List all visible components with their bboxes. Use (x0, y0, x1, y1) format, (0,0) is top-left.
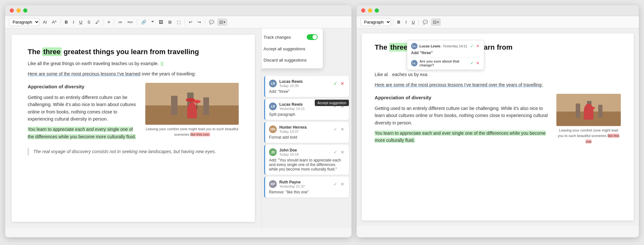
close-button-right[interactable] (361, 8, 365, 13)
scenery-svg-right (556, 94, 621, 126)
track-changes-label: Track changes (264, 35, 291, 40)
confirm-text: Are you sure about that change? (419, 59, 468, 67)
section1-container-right: Leaving your comfort zone might lead you… (375, 94, 621, 147)
inline-comment-bubble: LL Lucas Lewis Yesterday 14:11 ✓ ✕ (407, 40, 484, 70)
avatar-3: HH (269, 125, 277, 133)
strike-button[interactable]: S (85, 18, 92, 26)
image-button[interactable]: 🖼 (157, 18, 165, 26)
track-changes-toolbar-button[interactable]: ⊡ ▾ (217, 18, 227, 26)
ai-button[interactable]: AI (41, 18, 49, 26)
accept-all-menu-item[interactable]: Accept all suggestions (261, 43, 323, 54)
discard-all-menu-item[interactable]: Discard all suggestions (261, 54, 323, 66)
link-paragraph: Here are some of the most precious lesso… (28, 70, 239, 77)
main-area-right: The three greatest things you learn from… (357, 28, 639, 226)
doc-body-left: Like all the great things on earth trave… (28, 60, 239, 155)
bullet-button[interactable]: •≔ (126, 18, 135, 26)
paragraph-select-right[interactable]: Paragraph (360, 18, 391, 26)
right-window: Paragraph B I U 💬 ⊡ ▾ The three greatest… (357, 5, 639, 237)
svg-rect-1 (145, 105, 239, 125)
accept-button-4[interactable]: ✓ (333, 149, 338, 155)
bubble-time: Yesterday 14:11 (443, 44, 467, 48)
comment-author-5: Ruth Payne (279, 180, 330, 184)
link-button[interactable]: 🔗 (139, 18, 148, 26)
maximize-button-left[interactable] (23, 8, 27, 13)
comment-card-5: RP Ruth Payne Yesterday 21:37 ✓ ✕ Remove… (264, 177, 349, 198)
toolbar-right: Paragraph B I U 💬 ⊡ ▾ (357, 16, 639, 28)
bubble-reject-2[interactable]: ✕ (476, 60, 480, 66)
doc-area-left: The three greatest things you learn from… (5, 28, 261, 228)
document-page-left: The three greatest things you learn from… (12, 35, 255, 222)
bubble-avatar: LL (411, 43, 418, 49)
undo-button[interactable]: ↩ (187, 18, 194, 26)
three-highlight: three (42, 47, 62, 56)
bubble-accept-2[interactable]: ✓ (470, 60, 474, 66)
list-button[interactable]: ≔ (116, 18, 124, 26)
redo-button[interactable]: ↪ (196, 18, 203, 26)
svg-rect-2 (171, 96, 178, 115)
bubble-text-1: Add "three" (411, 51, 480, 55)
italic-button-right[interactable]: I (403, 18, 409, 26)
align-button[interactable]: ≡ (106, 18, 112, 26)
embed-button[interactable]: ⬚ (175, 18, 183, 26)
svg-rect-4 (203, 97, 209, 115)
reject-button-5[interactable]: ✕ (340, 181, 345, 187)
title-bar-left (5, 5, 351, 16)
main-area-left: The three greatest things you learn from… (5, 28, 351, 228)
comment-header-3: HH Hunter Herrera Today 13:37 ✓ ✕ (269, 125, 345, 133)
comment-text-1: Add: "three" (269, 89, 345, 94)
accept-button-5[interactable]: ✓ (333, 181, 338, 187)
doc-link-right[interactable]: Here are some of the most precious lesso… (375, 82, 543, 87)
underline-button-right[interactable]: U (410, 18, 417, 26)
comment-meta-5: Ruth Payne Yesterday 21:37 (279, 180, 330, 188)
comment-text-4: Add: "You should learn to appreciate eac… (269, 158, 345, 172)
comment-header-4: JD John Doe Today 19:18 ✓ ✕ (269, 148, 345, 156)
svg-rect-3 (187, 93, 194, 115)
svg-point-21 (590, 107, 595, 109)
minimize-button-right[interactable] (368, 8, 372, 13)
table-button[interactable]: ⊞ (166, 18, 174, 26)
intro-paragraph: Like all the great things on earth trave… (28, 60, 239, 67)
comment-time-2: Yesterday 14:11 (279, 107, 330, 111)
comment-text-3: Format add bold (269, 135, 345, 140)
divider-4 (137, 19, 137, 25)
comment-meta-4: John Doe Today 19:18 (279, 148, 330, 156)
track-changes-toggle[interactable] (307, 34, 318, 40)
doc-image-right (556, 94, 621, 126)
minimize-button-left[interactable] (16, 8, 21, 13)
close-button-left[interactable] (10, 8, 14, 13)
comment-button[interactable]: 💬 (207, 18, 216, 26)
bubble-reject-1[interactable]: ✕ (476, 43, 480, 49)
accept-button-3[interactable]: ✓ (333, 126, 338, 132)
comment-button-right[interactable]: 💬 (421, 18, 430, 26)
underline-button[interactable]: U (77, 18, 84, 26)
format-button[interactable]: Aᴬ (50, 18, 59, 26)
bold-button-right[interactable]: B (395, 18, 402, 26)
reject-button-3[interactable]: ✕ (340, 126, 345, 132)
italic-button[interactable]: I (71, 18, 76, 26)
maximize-button-right[interactable] (375, 8, 379, 13)
doc-title: The three greatest things you learn from… (28, 48, 239, 56)
bubble-accept-1[interactable]: ✓ (470, 43, 474, 49)
doc-image-container: Leaving your comfort zone might lead you… (145, 83, 239, 138)
track-changes-button-right[interactable]: ⊡ ▾ (431, 18, 441, 26)
track-changes-menu-item[interactable]: Track changes (261, 31, 323, 43)
accept-button-1[interactable]: ✓ (333, 80, 338, 87)
quote-button[interactable]: ❝ (149, 18, 156, 26)
reject-button-1[interactable]: ✕ (340, 80, 345, 87)
svg-rect-13 (576, 103, 580, 118)
comment-author-1: Lucas Rewis (279, 79, 330, 84)
comment-meta-1: Lucas Rewis Today 19:39 (279, 79, 330, 88)
bubble-actions-1: ✓ ✕ (470, 43, 480, 49)
divider-r1 (393, 19, 393, 25)
reject-button-4[interactable]: ✕ (340, 149, 345, 155)
section1-container: Leaving your comfort zone might lead you… (28, 83, 239, 143)
highlight-button[interactable]: 🖊 (93, 18, 101, 26)
caption-highlight: like this one. (190, 132, 210, 136)
svg-rect-14 (587, 101, 591, 118)
comment-card-1: LR Lucas Rewis Today 19:39 ✓ ✕ Add: "thr… (264, 76, 349, 97)
paragraph-select[interactable]: Paragraph (9, 18, 40, 26)
bold-button[interactable]: B (63, 18, 70, 26)
comment-text-5: Remove: "like this one" (269, 190, 345, 194)
doc-link[interactable]: Here are some of the most precious lesso… (28, 71, 140, 76)
bubble-header: LL Lucas Lewis Yesterday 14:11 ✓ ✕ (411, 43, 480, 49)
